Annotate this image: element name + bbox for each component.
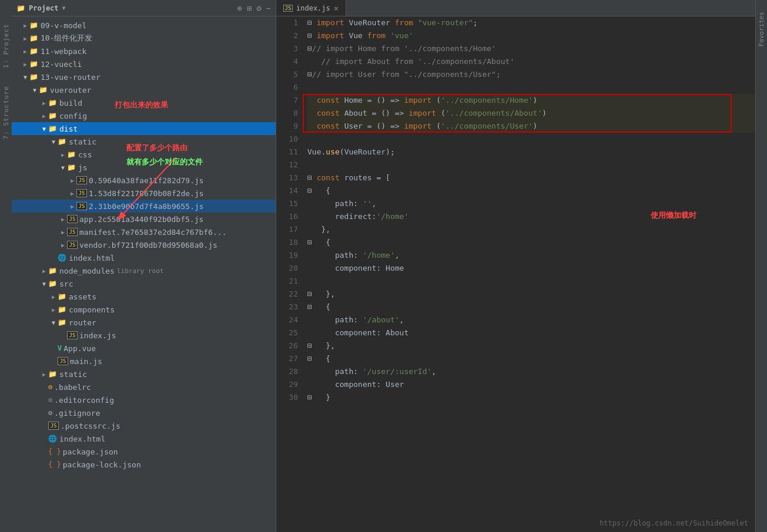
code-line-3: ⊟// import Home from '../components/Home…: [307, 42, 755, 55]
tab-structure[interactable]: 7: Structure: [2, 86, 10, 139]
tree-item-config[interactable]: ▶ 📁 config: [12, 109, 276, 122]
code-line-27: ⊟ {: [307, 352, 755, 365]
vertical-tabs-panel: 1: Project 7: Structure: [0, 0, 12, 532]
code-line-30: ⊟ }: [307, 391, 755, 404]
tree-item-assets[interactable]: ▶ 📁 assets: [12, 290, 276, 303]
editor-tabs: JS index.js ×: [276, 0, 755, 16]
collapse-icon[interactable]: ⊞: [247, 4, 252, 13]
code-line-24: path: '/about',: [307, 314, 755, 326]
tree-item-app-vue[interactable]: ▶ V App.vue: [12, 342, 276, 355]
file-tree: ▶ 📁 09-v-model ▶ 📁 10-组件化开发 ▶ 📁 11-webpa…: [12, 16, 276, 532]
code-line-10: [307, 133, 755, 146]
code-line-21: [307, 275, 755, 288]
code-line-17: },: [307, 223, 755, 236]
tree-item-editorconfig[interactable]: ▶ ⚙ .editorconfig: [12, 393, 276, 406]
panel-header: 📁 Project ▼ ⊕ ⊞ ⚙ −: [12, 0, 276, 16]
tree-item-package-lock[interactable]: ▶ { } package-lock.json: [12, 458, 276, 471]
tree-item-build[interactable]: ▶ 📁 build: [12, 96, 276, 109]
dropdown-icon[interactable]: ▼: [62, 5, 66, 11]
code-line-7: const Home = () => import ('../component…: [307, 94, 755, 107]
tab-js-icon: JS: [283, 5, 293, 12]
code-line-15: path: '',: [307, 197, 755, 210]
tree-item-app-js[interactable]: ▶ JS app.2c5501a3440f92b0dbf5.js: [12, 213, 276, 225]
code-line-20: component: Home: [307, 262, 755, 275]
code-content: ⊟ import VueRouter from "vue-router"; ⊟ …: [303, 16, 755, 532]
add-icon[interactable]: ⊕: [237, 4, 242, 13]
tree-item-index-html-2[interactable]: ▶ 🌐 index.html: [12, 432, 276, 445]
code-line-8: const About = () => import ('../componen…: [307, 107, 755, 120]
tree-item-js3[interactable]: ▶ JS 2.31b0e90b7d7f4a8b9655.js: [12, 200, 276, 213]
tree-item-js2[interactable]: ▶ JS 1.53d8f22178670b08f2de.js: [12, 187, 276, 200]
code-line-23: ⊟ {: [307, 301, 755, 314]
tree-item-12[interactable]: ▶ 📁 12-vuecli: [12, 58, 276, 70]
code-line-13: ⊟ const routes = [: [307, 171, 755, 184]
favorites-bar: Favorites: [755, 0, 767, 532]
code-line-5: ⊟// import User from "../components/User…: [307, 68, 755, 81]
minimize-icon[interactable]: −: [266, 4, 271, 13]
tree-item-13[interactable]: ▼ 📁 13-vue-router: [12, 70, 276, 83]
code-line-1: ⊟ import VueRouter from "vue-router";: [307, 16, 755, 29]
code-line-29: component: User: [307, 378, 755, 391]
code-line-25: component: About: [307, 326, 755, 339]
tree-item-10[interactable]: ▶ 📁 10-组件化开发: [12, 32, 276, 45]
code-line-9: const User = () => import ('../component…: [307, 120, 755, 133]
code-line-26: ⊟ },: [307, 339, 755, 352]
tree-item-vendor[interactable]: ▶ JS vendor.bf721f00db70d95068a0.js: [12, 238, 276, 251]
tree-item-components[interactable]: ▶ 📁 components: [12, 303, 276, 316]
tree-item-babelrc[interactable]: ▶ ⚙ .babelrc: [12, 381, 276, 393]
tab-project[interactable]: 1: Project: [2, 23, 10, 68]
code-line-4: // import About from '../components/Abou…: [307, 55, 755, 68]
tree-item-css[interactable]: ▶ 📁 css: [12, 148, 276, 161]
tree-item-package-json[interactable]: ▶ { } package.json: [12, 445, 276, 458]
panel-title-text: Project: [29, 4, 59, 12]
code-line-28: path: '/user/:userId',: [307, 365, 755, 378]
tree-item-postcssrc[interactable]: ▶ JS .postcssrc.js: [12, 419, 276, 432]
tree-item-router-index[interactable]: ▶ JS index.js: [12, 329, 276, 342]
tree-item-static-src[interactable]: ▶ 📁 static: [12, 368, 276, 381]
code-line-22: ⊟ },: [307, 288, 755, 301]
tree-item-router[interactable]: ▼ 📁 router: [12, 316, 276, 329]
code-line-18: ⊟ {: [307, 236, 755, 249]
project-panel: 📁 Project ▼ ⊕ ⊞ ⚙ − ▶ 📁 09-v-model ▶ 📁 1…: [12, 0, 276, 532]
line-numbers: 12345 678910 1112131415 1617181920 21222…: [276, 16, 303, 532]
code-line-6: [307, 81, 755, 94]
tab-close-icon[interactable]: ×: [334, 4, 339, 13]
tree-item-index-html-dist[interactable]: ▶ 🌐 index.html: [12, 251, 276, 264]
tree-item-gitignore[interactable]: ▶ ⚙ .gitignore: [12, 406, 276, 419]
tree-item-dist[interactable]: ▼ 📁 dist: [12, 122, 276, 135]
editor-tab-index-js[interactable]: JS index.js ×: [276, 0, 346, 16]
tree-item-09-v-model[interactable]: ▶ 📁 09-v-model: [12, 19, 276, 32]
settings-icon[interactable]: ⚙: [256, 4, 261, 13]
tab-label: index.js: [296, 4, 330, 12]
code-editor[interactable]: 12345 678910 1112131415 1617181920 21222…: [276, 16, 755, 532]
tree-item-node-modules[interactable]: ▶ 📁 node_modules library root: [12, 264, 276, 277]
watermark: https://blog.csdn.net/SuihideOmelet: [599, 519, 748, 527]
panel-title: 📁 Project ▼: [16, 4, 66, 12]
code-line-11: Vue.use(VueRouter);: [307, 146, 755, 159]
code-line-14: ⊟ {: [307, 184, 755, 197]
tree-item-js-folder[interactable]: ▼ 📁 js: [12, 161, 276, 174]
tree-item-src[interactable]: ▼ 📁 src: [12, 277, 276, 290]
code-line-16: redirect:'/home': [307, 210, 755, 223]
code-line-2: ⊟ import Vue from 'vue': [307, 29, 755, 42]
panel-icons: ⊕ ⊞ ⚙ −: [237, 4, 271, 13]
tree-item-js1[interactable]: ▶ JS 0.59640a38fae11f282d79.js: [12, 174, 276, 187]
code-line-19: path: '/home',: [307, 249, 755, 262]
tree-item-11[interactable]: ▶ 📁 11-webpack: [12, 45, 276, 58]
project-icon: 📁: [16, 4, 25, 12]
code-line-12: [307, 159, 755, 171]
tree-item-static-dist[interactable]: ▼ 📁 static: [12, 135, 276, 148]
tree-item-manifest[interactable]: ▶ JS manifest.7e765837e2d84c767bf6...: [12, 225, 276, 238]
editor-area: JS index.js × 12345 678910 1112131415 16…: [276, 0, 755, 532]
tree-item-main-js[interactable]: ▶ JS main.js: [12, 355, 276, 368]
favorites-label[interactable]: Favorites: [758, 12, 765, 47]
tree-item-vuerouter[interactable]: ▼ 📁 vuerouter: [12, 83, 276, 96]
